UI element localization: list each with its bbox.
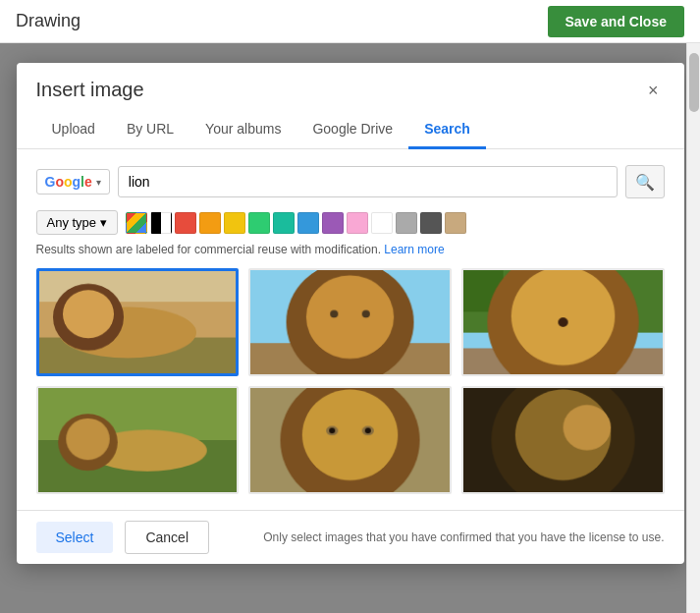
swatch-bw[interactable] xyxy=(150,212,172,234)
modal-overlay: Insert image × Upload By URL Your albums… xyxy=(0,43,700,613)
swatch-green[interactable] xyxy=(248,212,270,234)
image-cell-5[interactable] xyxy=(248,386,452,494)
select-button[interactable]: Select xyxy=(36,522,114,553)
license-notice: Results shown are labeled for commercial… xyxy=(36,243,665,256)
search-input[interactable] xyxy=(118,166,618,197)
modal-footer: Select Cancel Only select images that yo… xyxy=(17,510,684,564)
top-bar: Drawing Save and Close xyxy=(0,0,700,43)
modal-title: Insert image xyxy=(36,79,144,101)
swatch-red[interactable] xyxy=(175,212,196,234)
tab-drive[interactable]: Google Drive xyxy=(296,111,408,149)
lion-image-6 xyxy=(463,388,663,492)
lion-image-1 xyxy=(39,271,237,373)
save-close-button[interactable]: Save and Close xyxy=(548,6,685,37)
any-type-label: Any type xyxy=(47,215,97,230)
swatch-multicolor[interactable] xyxy=(126,212,147,234)
swatch-yellow[interactable] xyxy=(224,212,245,234)
swatch-brown[interactable] xyxy=(445,212,466,234)
image-cell-1[interactable] xyxy=(36,268,240,376)
tab-search[interactable]: Search xyxy=(408,111,486,149)
search-icon: 🔍 xyxy=(635,173,655,192)
swatch-darkgray[interactable] xyxy=(420,212,442,234)
tab-byurl[interactable]: By URL xyxy=(111,111,189,149)
swatch-white[interactable] xyxy=(371,212,393,234)
close-button[interactable]: × xyxy=(642,80,665,101)
learn-more-link[interactable]: Learn more xyxy=(384,243,444,256)
lion-image-4 xyxy=(38,388,238,492)
swatch-gray[interactable] xyxy=(396,212,417,234)
insert-image-modal: Insert image × Upload By URL Your albums… xyxy=(17,63,684,564)
swatch-purple[interactable] xyxy=(322,212,344,234)
swatch-blue[interactable] xyxy=(297,212,319,234)
scrollbar-track xyxy=(686,43,700,613)
page-title: Drawing xyxy=(16,11,81,31)
image-cell-2[interactable] xyxy=(248,268,452,376)
dropdown-caret-icon: ▾ xyxy=(96,177,101,188)
swatch-orange[interactable] xyxy=(199,212,221,234)
modal-header: Insert image × xyxy=(17,63,684,101)
footer-note: Only select images that you have confirm… xyxy=(221,530,664,544)
modal-body: Google ▾ 🔍 Any type ▾ xyxy=(17,149,684,510)
filter-row: Any type ▾ xyxy=(36,210,665,235)
color-swatches xyxy=(126,212,466,234)
search-button[interactable]: 🔍 xyxy=(625,165,665,198)
image-cell-3[interactable] xyxy=(461,268,665,376)
image-cell-6[interactable] xyxy=(461,386,665,494)
lion-image-3 xyxy=(463,270,663,374)
google-text: Google xyxy=(45,174,92,190)
tab-albums[interactable]: Your albums xyxy=(189,111,296,149)
any-type-caret-icon: ▾ xyxy=(100,215,107,230)
tab-upload[interactable]: Upload xyxy=(36,111,111,149)
search-row: Google ▾ 🔍 xyxy=(36,165,665,198)
cancel-button[interactable]: Cancel xyxy=(125,521,209,554)
lion-image-5 xyxy=(250,388,450,492)
lion-image-2 xyxy=(250,270,450,374)
scrollbar-thumb[interactable] xyxy=(689,53,699,112)
image-grid xyxy=(36,268,665,494)
tabs-container: Upload By URL Your albums Google Drive S… xyxy=(17,111,684,149)
swatch-pink[interactable] xyxy=(347,212,368,234)
any-type-dropdown[interactable]: Any type ▾ xyxy=(36,210,119,235)
swatch-teal[interactable] xyxy=(273,212,295,234)
image-cell-4[interactable] xyxy=(36,386,240,494)
google-badge[interactable]: Google ▾ xyxy=(36,169,110,195)
